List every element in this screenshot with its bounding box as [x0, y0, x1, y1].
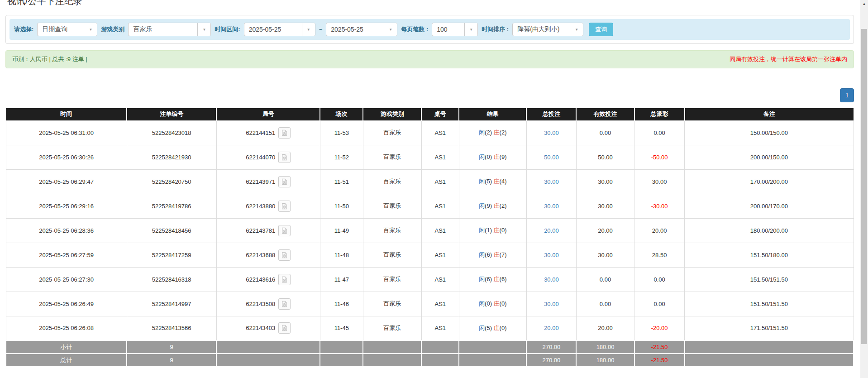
- banker-result-points: (0): [500, 300, 507, 307]
- video-replay-button[interactable]: [278, 127, 291, 139]
- valid-bet-cell: 20.00: [576, 218, 634, 243]
- banker-result-points: (4): [500, 178, 507, 185]
- game-cell: 百家乐: [363, 243, 421, 267]
- player-result-points: (6): [485, 276, 492, 282]
- video-file-icon: [281, 227, 288, 234]
- per-page-select[interactable]: 100 ▼: [432, 23, 478, 36]
- session-cell: 11-49: [320, 218, 363, 243]
- player-result-label: 闲: [479, 153, 485, 160]
- per-page-label: 每页笔数 :: [401, 25, 428, 33]
- total-bet-link[interactable]: 30.00: [526, 194, 576, 218]
- video-replay-button[interactable]: [278, 298, 291, 310]
- total-bet-link[interactable]: 20.00: [526, 218, 576, 243]
- table-no-cell: AS1: [421, 243, 459, 267]
- player-result-points: (5): [485, 325, 492, 331]
- round-id: 622143781: [246, 227, 275, 234]
- table-row: 2025-05-25 06:31:00 522528423018 6221441…: [6, 120, 854, 145]
- chevron-down-icon: ▼: [197, 23, 210, 36]
- table-row: 2025-05-25 06:26:08 522528413566 6221434…: [6, 316, 854, 340]
- total-bet-link[interactable]: 20.00: [526, 316, 576, 340]
- video-replay-button[interactable]: [278, 249, 291, 261]
- valid-bet-cell: 30.00: [576, 169, 634, 194]
- video-file-icon: [281, 178, 288, 185]
- game-cell: 百家乐: [363, 292, 421, 316]
- payout-cell: 0.00: [634, 267, 685, 292]
- session-cell: 11-46: [320, 292, 363, 316]
- banker-result-points: (9): [500, 153, 507, 160]
- result-cell: 闲(1) 庄(0): [459, 218, 526, 243]
- banker-result-label: 庄: [494, 276, 500, 282]
- col-game: 游戏类别: [363, 108, 421, 120]
- table-row: 2025-05-25 06:29:47 522528420750 6221439…: [6, 169, 854, 194]
- game-category-select[interactable]: 百家乐 ▼: [128, 23, 211, 36]
- time-sort-value: 降冪(由大到小): [513, 23, 570, 36]
- time-cell: 2025-05-25 06:29:47: [6, 169, 127, 194]
- total-bet-link[interactable]: 30.00: [526, 243, 576, 267]
- result-cell: 闲(5) 庄(0): [459, 316, 526, 340]
- date-to-input[interactable]: 2025-05-25 ▼: [326, 23, 397, 36]
- bet-id-cell: 522528416318: [127, 267, 216, 292]
- date-range-tilde: ~: [319, 26, 323, 33]
- session-cell: 11-48: [320, 243, 363, 267]
- query-type-select[interactable]: 日期查询 ▼: [37, 23, 97, 36]
- scroll-up-icon[interactable]: ▲: [860, 0, 868, 8]
- player-result-label: 闲: [479, 325, 485, 331]
- video-replay-button[interactable]: [278, 152, 291, 163]
- banker-result-points: (7): [500, 251, 507, 258]
- total-row: 总计 9 270.00 180.00 -21.50: [6, 354, 854, 367]
- result-cell: 闲(0) 庄(0): [459, 292, 526, 316]
- table-row: 2025-05-25 06:27:30 522528416318 6221436…: [6, 267, 854, 292]
- valid-bet-cell: 50.00: [576, 145, 634, 169]
- total-bet-link[interactable]: 50.00: [526, 145, 576, 169]
- total-total-bet: 270.00: [526, 354, 576, 367]
- player-result-points: (0): [485, 153, 492, 160]
- remark-cell: 170.00/200.00: [685, 169, 854, 194]
- session-cell: 11-52: [320, 145, 363, 169]
- col-payout: 总派彩: [634, 108, 685, 120]
- round-id: 622144070: [246, 154, 275, 161]
- result-cell: 闲(6) 庄(7): [459, 243, 526, 267]
- bet-records-table: 时间 注单编号 局号 场次 游戏类别 桌号 结果 总投注 有效投注 总派彩 备注…: [5, 108, 854, 367]
- video-replay-button[interactable]: [278, 201, 291, 212]
- filter-panel: 请选择: 日期查询 ▼ 游戏类别 百家乐 ▼ 时间区间: 2025-05-25 …: [5, 15, 854, 44]
- time-cell: 2025-05-25 06:30:26: [6, 145, 127, 169]
- player-result-label: 闲: [479, 227, 485, 234]
- round-id: 622143971: [246, 178, 275, 185]
- banker-result-label: 庄: [494, 202, 500, 209]
- total-bet-link[interactable]: 30.00: [526, 292, 576, 316]
- remark-cell: 150.00/150.00: [685, 120, 854, 145]
- session-cell: 11-45: [320, 316, 363, 340]
- col-bet-id: 注单编号: [127, 108, 216, 120]
- table-row: 2025-05-25 06:26:49 522528414997 6221435…: [6, 292, 854, 316]
- total-payout: -21.50: [634, 354, 685, 367]
- payout-cell: -20.00: [634, 316, 685, 340]
- total-bet-link[interactable]: 30.00: [526, 267, 576, 292]
- total-bet-link[interactable]: 30.00: [526, 169, 576, 194]
- video-replay-button[interactable]: [278, 225, 291, 236]
- round-cell: 622143781: [216, 218, 320, 243]
- banker-result-points: (2): [500, 129, 507, 136]
- bet-id-cell: 522528417259: [127, 243, 216, 267]
- round-cell: 622143880: [216, 194, 320, 218]
- video-replay-button[interactable]: [278, 322, 291, 334]
- game-category-value: 百家乐: [129, 23, 197, 36]
- search-button[interactable]: 查询: [589, 23, 613, 36]
- result-cell: 闲(9) 庄(2): [459, 194, 526, 218]
- time-sort-select[interactable]: 降冪(由大到小) ▼: [512, 23, 583, 36]
- col-round: 局号: [216, 108, 320, 120]
- scrollbar-thumb[interactable]: [861, 29, 867, 344]
- subtotal-total-bet: 270.00: [526, 340, 576, 354]
- game-cell: 百家乐: [363, 316, 421, 340]
- game-cell: 百家乐: [363, 194, 421, 218]
- date-from-input[interactable]: 2025-05-25 ▼: [244, 23, 315, 36]
- session-cell: 11-51: [320, 169, 363, 194]
- total-bet-link[interactable]: 30.00: [526, 120, 576, 145]
- page-1-button[interactable]: 1: [840, 88, 854, 102]
- payout-cell: 0.00: [634, 292, 685, 316]
- game-cell: 百家乐: [363, 145, 421, 169]
- video-replay-button[interactable]: [278, 274, 291, 285]
- player-result-points: (9): [485, 202, 492, 209]
- video-replay-button[interactable]: [278, 176, 291, 187]
- table-row: 2025-05-25 06:30:26 522528421930 6221440…: [6, 145, 854, 169]
- vertical-scrollbar[interactable]: ▲: [860, 0, 868, 378]
